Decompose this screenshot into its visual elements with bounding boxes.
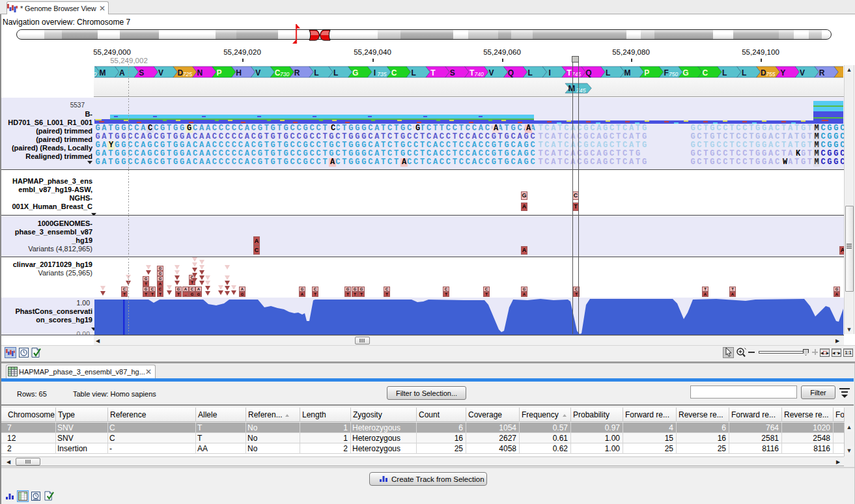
svg-text:A: A <box>119 68 125 77</box>
svg-text:V: V <box>488 68 494 77</box>
svg-text:P: P <box>217 68 222 77</box>
svg-text:755: 755 <box>766 71 775 77</box>
svg-text:V: V <box>255 68 260 77</box>
svg-text:N: N <box>197 68 203 77</box>
svg-text:P: P <box>644 68 649 77</box>
svg-text:C: C <box>703 68 708 77</box>
svg-text:M: M <box>100 68 106 77</box>
svg-text:Q: Q <box>508 68 514 77</box>
svg-text:L: L <box>333 68 338 77</box>
svg-text:740: 740 <box>475 71 484 77</box>
svg-text:750: 750 <box>669 71 678 77</box>
svg-text:L: L <box>314 68 318 77</box>
svg-text:R: R <box>819 68 825 77</box>
svg-text:S: S <box>139 68 144 77</box>
svg-text:G: G <box>682 68 688 77</box>
svg-text:I: I <box>374 68 376 77</box>
svg-text:H: H <box>236 68 242 77</box>
svg-text:L: L <box>742 68 746 77</box>
svg-text:G: G <box>352 68 358 77</box>
svg-text:S: S <box>450 68 455 77</box>
svg-text:L: L <box>528 68 533 77</box>
svg-text:V: V <box>158 68 163 77</box>
svg-text:T: T <box>430 68 436 77</box>
svg-text:L: L <box>722 68 727 77</box>
svg-text:L: L <box>411 68 415 77</box>
svg-text:M: M <box>624 68 631 77</box>
svg-text:R: R <box>294 68 300 77</box>
svg-text:V: V <box>800 68 805 77</box>
svg-text:735: 735 <box>377 71 386 77</box>
svg-text:C: C <box>391 68 397 77</box>
svg-text:I: I <box>548 68 550 77</box>
svg-text:730: 730 <box>280 71 289 77</box>
svg-text:Q: Q <box>585 68 591 77</box>
svg-text:Y: Y <box>780 68 785 77</box>
svg-text:725: 725 <box>183 71 192 77</box>
svg-text:L: L <box>606 68 610 77</box>
svg-text:F: F <box>664 68 669 77</box>
